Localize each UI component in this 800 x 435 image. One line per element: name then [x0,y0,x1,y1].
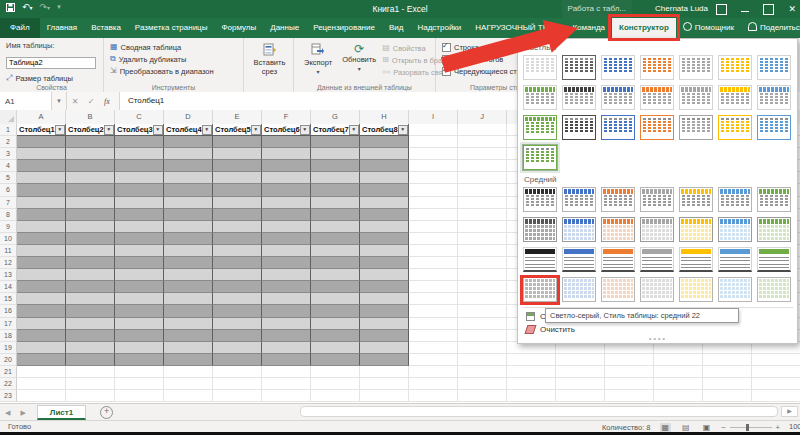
ribbon-tab-file[interactable]: Файл [0,18,40,38]
cell-J4[interactable] [458,160,507,172]
cell-F19[interactable] [262,342,311,354]
cell-I9[interactable] [409,221,458,233]
cell-A12[interactable] [17,257,66,269]
cell-F8[interactable] [262,209,311,221]
filter-dropdown-icon[interactable]: ▼ [398,125,408,135]
cell-F15[interactable] [262,293,311,305]
cell-N22[interactable] [654,378,703,390]
ribbon-tab-конструктор[interactable]: Конструктор [612,18,676,38]
filter-dropdown-icon[interactable]: ▼ [251,125,261,135]
horizontal-scrollbar[interactable] [300,406,778,417]
cell-F12[interactable] [262,257,311,269]
cell-O23[interactable] [703,390,752,402]
menu-new-table-style[interactable]: Создать стиль таблицы...Светло-серый, Ст… [523,310,793,323]
cell-D7[interactable] [164,197,213,209]
cell-B23[interactable] [66,390,115,402]
cell-C15[interactable] [115,293,164,305]
page-layout-view-icon[interactable]: ▤ [680,423,692,432]
row-header-23[interactable]: 23 [0,390,17,402]
cell-G11[interactable] [311,245,360,257]
cell-A7[interactable] [17,197,66,209]
row-header-15[interactable]: 15 [0,293,17,305]
cell-C4[interactable] [115,160,164,172]
gallery-resize-grip[interactable]: •••• [523,336,793,342]
cell-B1[interactable]: Столбец2▼ [66,124,115,136]
table-style-thumb-grid[interactable] [718,217,752,242]
cell-J3[interactable] [458,148,507,160]
cell-I3[interactable] [409,148,458,160]
cell-P21[interactable] [752,366,800,378]
cell-B3[interactable] [66,148,115,160]
cell-I5[interactable] [409,172,458,184]
cell-B4[interactable] [66,160,115,172]
zoom-in-icon[interactable]: + [776,423,780,432]
row-header-6[interactable]: 6 [0,184,17,196]
cell-B20[interactable] [66,354,115,366]
ribbon-tab-вставка[interactable]: Вставка [84,18,128,38]
cell-A6[interactable] [17,184,66,196]
cell-B18[interactable] [66,330,115,342]
cell-I6[interactable] [409,184,458,196]
ribbon-tab-помощник[interactable]: Помощник [676,18,741,38]
cell-B14[interactable] [66,281,115,293]
cell-J16[interactable] [458,305,507,317]
cell-H22[interactable] [360,378,409,390]
cell-B5[interactable] [66,172,115,184]
cell-C20[interactable] [115,354,164,366]
cell-F10[interactable] [262,233,311,245]
zoom-out-icon[interactable]: − [721,423,725,432]
cell-D9[interactable] [164,221,213,233]
row-header-13[interactable]: 13 [0,269,17,281]
cell-I19[interactable] [409,342,458,354]
cell-B6[interactable] [66,184,115,196]
filter-dropdown-icon[interactable]: ▼ [104,125,114,135]
cell-E10[interactable] [213,233,262,245]
cell-N21[interactable] [654,366,703,378]
table-style-thumb-mhdr[interactable] [679,187,713,212]
row-header-18[interactable]: 18 [0,330,17,342]
row-header-9[interactable]: 9 [0,221,17,233]
cell-I4[interactable] [409,160,458,172]
next-sheet-icon[interactable]: ▶ [15,409,30,417]
ribbon-tab-команда[interactable]: Команда [565,18,612,38]
cell-E20[interactable] [213,354,262,366]
row-header-21[interactable]: 21 [0,366,17,378]
table-style-thumb-hdr[interactable] [562,85,596,110]
table-style-thumb-grid[interactable] [562,217,596,242]
cell-G9[interactable] [311,221,360,233]
cell-A8[interactable] [17,209,66,221]
table-style-thumb-bord[interactable] [679,115,713,140]
cell-C23[interactable] [115,390,164,402]
minimize-icon[interactable] [741,11,749,12]
cell-C1[interactable]: Столбец3▼ [115,124,164,136]
table-style-thumb-mhdr[interactable] [562,187,596,212]
cell-G18[interactable] [311,330,360,342]
cell-G19[interactable] [311,342,360,354]
cell-M22[interactable] [605,378,654,390]
cell-C18[interactable] [115,330,164,342]
cell-H23[interactable] [360,390,409,402]
cell-F20[interactable] [262,354,311,366]
table-style-thumb-none[interactable] [523,55,557,80]
filter-dropdown-icon[interactable]: ▼ [349,125,359,135]
cell-I16[interactable] [409,305,458,317]
cell-H6[interactable] [360,184,409,196]
row-header-11[interactable]: 11 [0,245,17,257]
cell-C11[interactable] [115,245,164,257]
column-header-A[interactable]: A [17,110,66,124]
cell-H4[interactable] [360,160,409,172]
row-header-10[interactable]: 10 [0,233,17,245]
column-header-I[interactable]: I [409,110,458,124]
cell-F1[interactable]: Столбец6▼ [262,124,311,136]
table-style-thumb-mhdr[interactable] [718,187,752,212]
cell-J23[interactable] [458,390,507,402]
cell-J5[interactable] [458,172,507,184]
cell-D20[interactable] [164,354,213,366]
cell-E15[interactable] [213,293,262,305]
cell-A18[interactable] [17,330,66,342]
cell-F5[interactable] [262,172,311,184]
cell-E8[interactable] [213,209,262,221]
ribbon-display-options-icon[interactable] [716,4,727,15]
share-button[interactable]: Поделиться [741,18,800,38]
cell-B9[interactable] [66,221,115,233]
